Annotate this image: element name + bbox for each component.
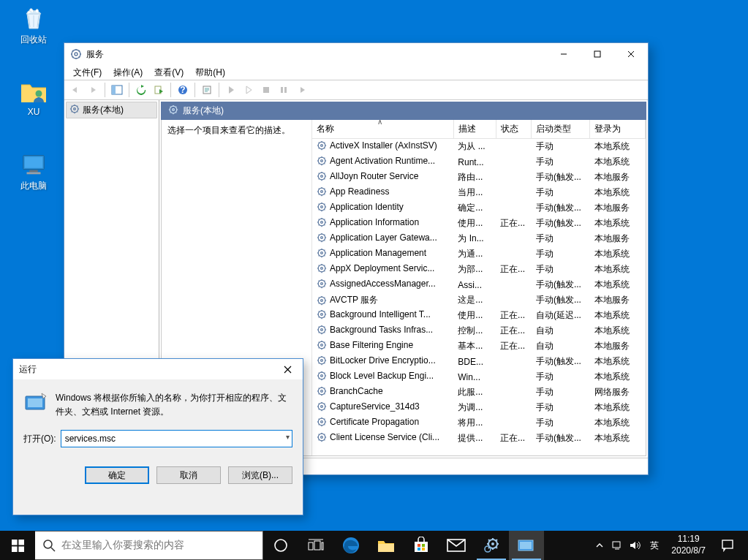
service-row[interactable]: AssignedAccessManager...Assi...手动(触发...本… <box>312 277 646 292</box>
properties-button[interactable] <box>199 82 215 98</box>
svg-rect-4 <box>27 172 41 174</box>
menu-action[interactable]: 操作(A) <box>107 65 148 80</box>
menu-view[interactable]: 查看(V) <box>148 65 189 80</box>
recycle-bin-icon <box>20 4 48 32</box>
pause-service-button[interactable] <box>276 82 292 98</box>
gear-icon <box>317 171 327 181</box>
taskbar-app-explorer[interactable] <box>369 531 404 560</box>
tray-ime-indicator[interactable]: 英 <box>643 540 665 552</box>
service-row[interactable]: AllJoyn Router Service路由...手动(触发...本地服务 <box>312 170 646 185</box>
gear-icon <box>168 105 178 117</box>
maximize-button[interactable] <box>581 43 614 65</box>
service-row[interactable]: App Readiness当用...手动本地系统 <box>312 185 646 200</box>
column-header-description[interactable]: 描述 <box>453 120 496 139</box>
service-row[interactable]: BranchCache此服...手动网络服务 <box>312 385 646 400</box>
show-hide-tree-button[interactable] <box>109 82 125 98</box>
nav-back-button[interactable] <box>67 82 83 98</box>
desktop-icon-xu[interactable]: XU <box>9 77 58 117</box>
service-row[interactable]: Agent Activation Runtime...Runt...手动本地系统 <box>312 154 646 170</box>
taskbar-search-box[interactable]: 在这里输入你要搜索的内容 <box>35 531 263 560</box>
menu-file[interactable]: 文件(F) <box>67 65 107 80</box>
service-row[interactable]: AppX Deployment Servic...为部...正在...手动本地系… <box>312 262 646 277</box>
help-button[interactable]: ? <box>175 82 191 98</box>
service-row[interactable]: Application Information使用...正在...手动(触发..… <box>312 216 646 231</box>
chevron-down-icon[interactable]: ▾ <box>286 433 290 441</box>
tray-network-icon[interactable] <box>608 540 626 550</box>
service-row[interactable]: Background Tasks Infras...控制...正在...自动本地… <box>312 323 646 338</box>
taskbar-app-run[interactable] <box>509 531 544 560</box>
export-list-button[interactable] <box>151 82 167 98</box>
service-desc: 将用... <box>453 415 496 431</box>
cancel-button[interactable]: 取消 <box>156 466 221 484</box>
column-header-name[interactable]: 名称 <box>312 120 453 139</box>
start-service-button[interactable] <box>223 82 239 98</box>
browse-button[interactable]: 浏览(B)... <box>228 466 292 484</box>
stop-service-button[interactable] <box>258 82 274 98</box>
service-row[interactable]: Application Management为通...手动本地系统 <box>312 246 646 262</box>
service-row[interactable]: Certificate Propagation将用...手动本地系统 <box>312 415 646 431</box>
svg-rect-75 <box>418 544 420 547</box>
taskbar-app-services[interactable] <box>474 531 509 560</box>
desktop-icon-recycle-bin[interactable]: 回收站 <box>9 4 58 46</box>
service-name: ActiveX Installer (AxInstSV) <box>330 140 437 151</box>
close-button[interactable] <box>614 43 648 65</box>
service-desc: 这是... <box>453 292 496 308</box>
tray-volume-icon[interactable] <box>626 540 643 550</box>
service-desc: 为 In... <box>453 231 496 246</box>
start-button[interactable] <box>0 531 35 560</box>
titlebar[interactable]: 运行 <box>13 359 303 379</box>
service-logon: 本地系统 <box>590 154 646 170</box>
menu-help[interactable]: 帮助(H) <box>189 65 231 80</box>
close-button[interactable] <box>272 359 303 379</box>
service-row[interactable]: Background Intelligent T...使用...正在...自动(… <box>312 308 646 323</box>
service-logon: 本地系统 <box>590 400 646 415</box>
service-name: AppX Deployment Servic... <box>330 263 434 273</box>
service-status: 正在... <box>496 216 532 231</box>
gear-icon <box>317 156 327 166</box>
this-pc-icon <box>20 151 48 178</box>
refresh-button[interactable] <box>133 82 149 98</box>
service-row[interactable]: CaptureService_314d3为调...手动本地系统 <box>312 400 646 415</box>
restart-service-button[interactable] <box>293 82 309 98</box>
svg-point-50 <box>321 360 323 362</box>
service-startup: 手动 <box>532 262 590 277</box>
service-row[interactable]: AVCTP 服务这是...手动(触发...本地服务 <box>312 292 646 308</box>
ok-button[interactable]: 确定 <box>85 466 149 484</box>
service-name: CaptureService_314d3 <box>330 401 420 412</box>
service-desc: 为从 ... <box>453 139 496 155</box>
service-row[interactable]: Client License Service (Cli...提供...正在...… <box>312 431 646 446</box>
task-view-button[interactable] <box>298 531 333 560</box>
service-startup: 自动 <box>532 323 590 338</box>
minimize-button[interactable] <box>547 43 581 65</box>
service-row[interactable]: BitLocker Drive Encryptio...BDE...手动(触发.… <box>312 354 646 369</box>
taskbar-app-edge[interactable] <box>333 531 369 560</box>
cortana-button[interactable] <box>263 531 298 560</box>
column-header-logon[interactable]: 登录为 <box>590 120 646 139</box>
service-status <box>496 139 532 155</box>
service-row[interactable]: ActiveX Installer (AxInstSV)为从 ...手动本地系统 <box>312 139 646 155</box>
titlebar[interactable]: 服务 <box>64 43 648 65</box>
service-startup: 手动 <box>532 369 590 385</box>
nav-forward-button[interactable] <box>85 82 101 98</box>
taskbar-app-mail[interactable] <box>439 531 474 560</box>
service-startup: 手动(触发... <box>532 292 590 308</box>
service-row[interactable]: Application Layer Gatewa...为 In...手动本地服务 <box>312 231 646 246</box>
service-name: Application Information <box>330 217 419 227</box>
taskbar-app-store[interactable] <box>404 531 439 560</box>
open-input[interactable] <box>61 430 292 447</box>
start-service-alt-button[interactable] <box>241 82 257 98</box>
services-list[interactable]: 名称 描述 状态 启动类型 登录为 ActiveX Installer (AxI… <box>312 120 646 455</box>
desktop-icon-this-pc[interactable]: 此电脑 <box>9 151 58 192</box>
column-header-status[interactable]: 状态 <box>496 120 532 139</box>
taskbar-clock[interactable]: 11:19 2020/8/7 <box>665 534 711 556</box>
service-status <box>496 385 532 400</box>
column-header-startup[interactable]: 启动类型 <box>532 120 590 139</box>
service-row[interactable]: Base Filtering Engine基本...正在...自动本地服务 <box>312 338 646 354</box>
action-center-button[interactable] <box>711 539 744 552</box>
search-placeholder: 在这里输入你要搜索的内容 <box>61 539 184 552</box>
tree-node-services-local[interactable]: 服务(本地) <box>66 102 157 118</box>
service-row[interactable]: Block Level Backup Engi...Win...手动本地系统 <box>312 369 646 385</box>
tray-overflow-icon[interactable] <box>591 541 608 550</box>
svg-point-81 <box>491 542 494 545</box>
service-row[interactable]: Application Identity确定...手动(触发...本地服务 <box>312 200 646 216</box>
